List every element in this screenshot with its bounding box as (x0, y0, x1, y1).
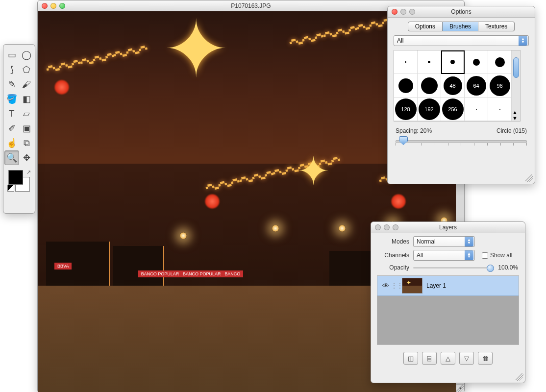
delete-layer-button[interactable]: 🗑 (478, 352, 493, 365)
tool-polygon-lasso[interactable]: ⬠ (19, 62, 34, 77)
chevron-up-down-icon: ▲▼ (519, 36, 527, 46)
brush-cell[interactable] (488, 50, 512, 74)
tool-lasso[interactable]: ⟆ (4, 62, 19, 77)
modes-label: Modes (378, 238, 409, 245)
brush-scrollbar[interactable]: ▲ ▼ (512, 50, 521, 122)
channels-label: Channels (378, 252, 409, 259)
brush-cell[interactable]: 192 (418, 98, 441, 121)
show-all-label: Show all (490, 252, 512, 259)
duplicate-layer-button[interactable]: ⌸ (422, 352, 437, 365)
tool-brush[interactable]: 🖌 (19, 77, 34, 92)
tool-pencil[interactable]: ✎ (4, 77, 19, 92)
default-colors-icon[interactable] (7, 185, 14, 192)
brush-cell[interactable] (465, 50, 488, 74)
chevron-up-down-icon: ▲▼ (465, 237, 473, 246)
storefront-sign: BANCO POPULAR (138, 270, 182, 277)
minimize-icon (384, 224, 390, 230)
minimize-icon (400, 9, 406, 15)
brush-cell[interactable]: 128 (394, 98, 418, 121)
options-titlebar[interactable]: Options (388, 6, 535, 18)
tool-smudge[interactable]: ☝ (4, 136, 19, 150)
color-swatch: ↗ (7, 169, 31, 192)
layer-thumbnail (402, 278, 422, 294)
spacing-label: Spacing: 20% (396, 127, 432, 134)
show-all-checkbox[interactable] (482, 252, 488, 259)
layer-row[interactable]: 👁⋮⋮Layer 1 (377, 276, 519, 296)
slider-thumb-icon[interactable] (487, 265, 494, 272)
tool-clone[interactable]: ⧉ (19, 136, 34, 150)
tool-crop[interactable]: ▣ (19, 121, 34, 136)
move-down-button[interactable]: ▽ (459, 352, 474, 365)
brush-grid: 486496128192256 (394, 50, 512, 122)
opacity-label: Opacity (378, 264, 409, 271)
storefront-sign: BBVA (54, 263, 72, 270)
close-icon[interactable] (375, 224, 381, 230)
scroll-down-icon[interactable]: ▼ (512, 115, 520, 121)
resize-grip-icon[interactable] (456, 385, 464, 392)
tool-rect-select[interactable]: ▭ (4, 48, 19, 62)
layers-titlebar[interactable]: Layers (371, 222, 525, 233)
brush-cell[interactable] (465, 98, 488, 121)
spacing-slider[interactable] (396, 136, 527, 145)
brush-cell[interactable] (418, 74, 441, 98)
visibility-eye-icon[interactable]: 👁 (380, 282, 391, 290)
layers-list: 👁⋮⋮Layer 1 (377, 275, 519, 345)
brush-cell[interactable] (441, 50, 465, 74)
layer-name-label: Layer 1 (426, 282, 446, 289)
tool-text[interactable]: T (4, 106, 19, 121)
opacity-slider[interactable] (413, 264, 494, 271)
tool-eraser[interactable]: ▱ (19, 106, 34, 121)
tools-palette: ▭◯⟆⬠✎🖌🪣◧T▱✐▣☝⧉🔍✥ ↗ (3, 44, 35, 214)
brush-cell[interactable] (418, 50, 441, 74)
tool-ellipse-select[interactable]: ◯ (19, 48, 34, 62)
brush-cell[interactable]: 256 (441, 98, 465, 121)
options-panel: Options OptionsBrushesTextures All ▲▼ 48… (387, 6, 535, 184)
new-layer-button[interactable]: ◫ (403, 352, 418, 365)
channels-value: All (417, 252, 423, 259)
lock-icon[interactable]: ⋮⋮ (391, 282, 399, 289)
chevron-up-down-icon: ▲▼ (465, 250, 473, 260)
close-icon[interactable] (392, 9, 397, 15)
brush-cell[interactable] (394, 50, 418, 74)
brush-cell[interactable] (488, 98, 512, 121)
tool-paint-bucket[interactable]: 🪣 (4, 92, 19, 106)
layers-panel: Layers Modes Normal ▲▼ Channels All ▲▼ S… (371, 221, 525, 383)
zoom-window-icon (393, 224, 398, 230)
minimize-icon[interactable] (50, 3, 56, 9)
tool-eyedropper[interactable]: ✐ (4, 121, 19, 136)
close-icon[interactable] (42, 3, 48, 9)
brush-cell[interactable]: 48 (441, 74, 465, 98)
tool-zoom[interactable]: 🔍 (4, 150, 19, 165)
options-tabs: OptionsBrushesTextures (388, 22, 535, 31)
channels-select[interactable]: All ▲▼ (413, 250, 475, 261)
swap-colors-icon[interactable]: ↗ (26, 169, 31, 175)
tab-options[interactable]: Options (408, 22, 443, 31)
brush-cell[interactable]: 64 (465, 74, 488, 98)
move-up-button[interactable]: △ (441, 352, 455, 365)
tab-brushes[interactable]: Brushes (443, 22, 478, 31)
zoom-window-icon[interactable] (59, 3, 65, 9)
brush-cell[interactable]: 96 (488, 74, 512, 98)
tool-gradient[interactable]: ◧ (19, 92, 34, 106)
resize-grip-icon[interactable] (516, 373, 523, 381)
brush-category-select[interactable]: All ▲▼ (394, 35, 529, 46)
tool-move[interactable]: ✥ (19, 150, 34, 165)
storefront-sign: BANCO (222, 270, 243, 277)
storefront-sign: BANCO POPULAR (180, 270, 224, 277)
tab-textures[interactable]: Textures (478, 22, 515, 31)
opacity-value: 100.0% (498, 264, 518, 271)
resize-grip-icon[interactable] (525, 174, 533, 182)
modes-value: Normal (417, 238, 436, 245)
brush-cell[interactable] (394, 74, 418, 98)
brush-name-label: Circle (015) (496, 127, 527, 134)
scroll-up-icon[interactable]: ▲ (512, 109, 520, 115)
brush-category-value: All (397, 37, 403, 44)
foreground-color[interactable] (8, 170, 23, 185)
modes-select[interactable]: Normal ▲▼ (413, 236, 475, 247)
zoom-window-icon (409, 9, 415, 15)
